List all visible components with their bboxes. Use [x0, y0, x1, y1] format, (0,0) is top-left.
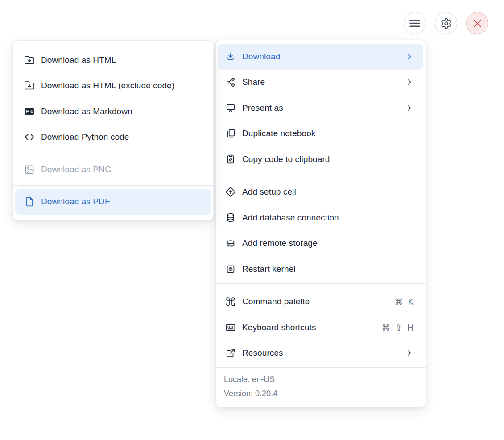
hard-drive-icon — [225, 238, 236, 249]
chevron-right-icon — [405, 78, 413, 86]
command-icon — [225, 296, 236, 307]
external-link-icon — [225, 348, 236, 358]
markdown-icon — [24, 106, 35, 117]
menu-item-download-as-html[interactable]: Download as HTML — [15, 47, 211, 73]
menu-item-label: Download as HTML (exclude code) — [41, 81, 201, 91]
close-button[interactable] — [466, 12, 488, 34]
menu-item-label: Download as PNG — [41, 165, 201, 174]
background-cell-border — [0, 54, 13, 54]
background-cell-border — [0, 89, 13, 89]
toolbar — [404, 12, 488, 34]
settings-button[interactable] — [435, 12, 457, 34]
menu-item-restart-kernel[interactable]: Restart kernel — [218, 256, 423, 282]
menu-item-label: Add database connection — [242, 213, 413, 223]
keyboard-shortcut: ⌘⇧H — [382, 323, 413, 332]
duplicate-icon — [225, 128, 236, 139]
database-icon — [225, 212, 236, 223]
chevron-right-icon — [405, 349, 413, 357]
chevron-right-icon — [405, 104, 413, 112]
gear-icon — [440, 17, 452, 29]
menu-item-label: Share — [242, 77, 405, 87]
menu-item-label: Duplicate notebook — [242, 129, 413, 138]
menu-item-download-python-code[interactable]: Download Python code — [15, 125, 211, 150]
menu-item-label: Add remote storage — [242, 238, 413, 248]
version-text: Version: 0.20.4 — [216, 386, 426, 401]
menu-item-label: Download — [242, 52, 405, 62]
menu-item-add-remote-storage[interactable]: Add remote storage — [218, 231, 423, 257]
menu-item-label: Resources — [242, 348, 405, 358]
menu-item-label: Download Python code — [41, 132, 201, 142]
chevron-right-icon — [405, 53, 413, 61]
menu-item-download-as-png: Download as PNG — [15, 157, 211, 183]
file-icon — [24, 196, 35, 207]
power-square-icon — [225, 264, 236, 274]
folder-down-icon — [24, 80, 35, 91]
menu-item-label: Keyboard shortcuts — [242, 323, 382, 332]
menu-item-share[interactable]: Share — [218, 70, 423, 95]
download-icon — [225, 51, 236, 62]
menu-separator — [13, 185, 213, 186]
menu-item-add-database-connection[interactable]: Add database connection — [218, 205, 423, 231]
download-submenu: Download as HTMLDownload as HTML (exclud… — [12, 40, 214, 220]
share-icon — [225, 77, 236, 87]
hamburger-icon — [409, 17, 421, 29]
menu-item-add-setup-cell[interactable]: Add setup cell — [218, 179, 423, 205]
menu-item-download-as-markdown[interactable]: Download as Markdown — [15, 99, 211, 125]
menu-footer: Locale: en-USVersion: 0.20.4 — [216, 367, 426, 407]
menu-item-download[interactable]: Download — [218, 44, 423, 70]
clipboard-arrow-icon — [225, 154, 236, 165]
menu-item-label: Add setup cell — [242, 187, 413, 197]
menu-item-label: Present as — [242, 103, 405, 113]
menu-item-label: Download as Markdown — [41, 107, 201, 116]
diamond-plus-icon — [225, 187, 236, 197]
code-icon — [24, 132, 35, 142]
menu-item-label: Download as HTML — [41, 55, 201, 65]
menu-separator — [216, 174, 426, 174]
menu-item-resources[interactable]: Resources — [218, 340, 423, 366]
menu-item-download-as-html-exclude-code[interactable]: Download as HTML (exclude code) — [15, 73, 211, 99]
keyboard-shortcut: ⌘K — [395, 297, 413, 307]
keyboard-icon — [225, 322, 236, 333]
menu-separator — [13, 153, 213, 153]
image-icon — [24, 164, 35, 175]
close-icon — [472, 18, 483, 29]
menu-item-duplicate-notebook[interactable]: Duplicate notebook — [218, 121, 423, 147]
menu-item-command-palette[interactable]: Command palette⌘K — [218, 289, 423, 315]
menu-item-label: Download as PDF — [41, 197, 201, 207]
menu-item-keyboard-shortcuts[interactable]: Keyboard shortcuts⌘⇧H — [218, 315, 423, 340]
menu-item-label: Restart kernel — [242, 264, 413, 274]
folder-down-icon — [24, 55, 35, 66]
menu-item-present-as[interactable]: Present as — [218, 95, 423, 121]
locale-text: Locale: en-US — [216, 372, 426, 386]
notebook-menu-button[interactable] — [404, 12, 426, 34]
menu-item-download-as-pdf[interactable]: Download as PDF — [15, 189, 211, 215]
menu-item-label: Command palette — [242, 297, 395, 307]
notebook-actions-menu: DownloadSharePresent asDuplicate noteboo… — [215, 40, 426, 407]
menu-item-label: Copy code to clipboard — [242, 154, 413, 164]
presentation-icon — [225, 103, 236, 113]
menu-item-copy-code-to-clipboard[interactable]: Copy code to clipboard — [218, 146, 423, 172]
menu-separator — [216, 283, 426, 284]
notebook-overlay: DownloadSharePresent asDuplicate noteboo… — [0, 0, 504, 440]
